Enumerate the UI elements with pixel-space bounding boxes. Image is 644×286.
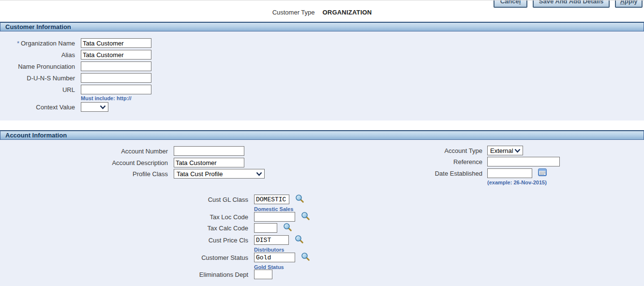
duns-number-input[interactable]	[81, 73, 151, 83]
cust-gl-class-row: Cust GL Class	[0, 194, 304, 205]
lookup-magnifier-icon[interactable]	[295, 194, 304, 205]
action-button-bar: Cancel Save And Add Details Apply	[494, 0, 643, 8]
alias-row: Alias	[0, 49, 151, 60]
customer-information-section: *Organization Name Alias Name Pronunciat…	[0, 31, 644, 120]
context-value-select[interactable]	[81, 102, 108, 112]
customer-type-row: Customer Type ORGANIZATION	[0, 9, 644, 16]
cust-gl-class-input[interactable]	[254, 195, 289, 204]
reference-input[interactable]	[487, 157, 560, 166]
calendar-icon[interactable]	[538, 168, 547, 178]
chevron-down-icon	[100, 105, 106, 109]
lookup-magnifier-icon[interactable]	[301, 252, 310, 263]
date-established-hint: (example: 26-Nov-2015)	[487, 180, 547, 185]
lookup-magnifier-icon[interactable]	[295, 235, 304, 246]
name-pronunciation-row: Name Pronunciation	[0, 61, 151, 72]
alias-input[interactable]	[81, 50, 151, 60]
eliminations-dept-input[interactable]	[254, 270, 272, 279]
cust-price-cls-input[interactable]	[254, 235, 289, 245]
cancel-button[interactable]: Cancel	[494, 0, 527, 8]
customer-status-label: Customer Status	[0, 254, 254, 261]
tax-loc-code-input[interactable]	[254, 212, 295, 222]
account-number-input[interactable]	[174, 146, 244, 156]
alias-label: Alias	[0, 51, 81, 59]
organization-name-row: *Organization Name	[0, 38, 151, 48]
customer-information-header: Customer Information	[0, 22, 644, 31]
account-type-selected: External	[490, 147, 513, 154]
organization-name-input[interactable]	[81, 38, 151, 48]
account-description-row: Account Description	[0, 157, 244, 168]
required-marker: *	[17, 40, 19, 47]
eliminations-dept-row: Eliminations Dept	[0, 269, 272, 280]
url-input[interactable]	[81, 85, 151, 94]
lookup-magnifier-icon[interactable]	[283, 223, 292, 234]
account-description-input[interactable]	[174, 158, 244, 167]
customer-form-page: Cancel Save And Add Details Apply Custom…	[0, 0, 644, 286]
cancel-button-accesskey: l	[519, 0, 521, 5]
duns-number-label: D-U-N-S Number	[0, 75, 81, 82]
tax-calc-code-label: Tax Calc Code	[0, 225, 254, 232]
account-information-title: Account Information	[5, 132, 67, 139]
profile-class-select[interactable]: Tata Cust Profile	[174, 169, 265, 179]
account-type-row: Account Type External	[411, 145, 523, 156]
cust-price-cls-label: Cust Price Cls	[0, 237, 254, 244]
account-type-select[interactable]: External	[487, 146, 523, 155]
account-information-section: Account Number Account Description Profi…	[0, 140, 644, 286]
reference-row: Reference	[411, 156, 560, 167]
cancel-button-label: Cance	[500, 0, 519, 5]
account-information-header: Account Information	[0, 130, 644, 140]
eliminations-dept-label: Eliminations Dept	[0, 271, 254, 278]
account-type-label: Account Type	[411, 147, 487, 154]
account-number-label: Account Number	[0, 148, 174, 155]
name-pronunciation-input[interactable]	[81, 61, 151, 71]
chevron-down-icon	[514, 149, 521, 153]
name-pronunciation-label: Name Pronunciation	[0, 63, 81, 70]
lookup-magnifier-icon[interactable]	[301, 211, 310, 223]
apply-button-label: pply	[625, 0, 638, 5]
context-value-label: Context Value	[0, 104, 81, 111]
duns-number-row: D-U-N-S Number	[0, 73, 151, 83]
tax-loc-code-label: Tax Loc Code	[0, 213, 254, 221]
customer-status-input[interactable]	[254, 253, 295, 262]
reference-label: Reference	[411, 158, 487, 166]
customer-type-label: Customer Type	[272, 9, 315, 16]
date-established-input[interactable]	[487, 168, 532, 178]
profile-class-row: Profile Class Tata Cust Profile	[0, 168, 265, 179]
tax-calc-code-input[interactable]	[254, 223, 277, 233]
profile-class-selected: Tata Cust Profile	[177, 170, 223, 178]
apply-button[interactable]: Apply	[615, 0, 643, 8]
date-established-row: Date Established	[411, 168, 547, 179]
profile-class-label: Profile Class	[0, 170, 174, 178]
save-and-add-details-label: Save And Add Details	[539, 0, 603, 5]
apply-button-accesskey: A	[620, 0, 624, 5]
cust-gl-class-label: Cust GL Class	[0, 196, 254, 203]
tax-calc-code-row: Tax Calc Code	[0, 223, 292, 233]
url-label: URL	[0, 86, 81, 93]
cust-price-cls-row: Cust Price Cls	[0, 235, 304, 245]
url-row: URL	[0, 84, 151, 95]
customer-information-title: Customer Information	[5, 23, 71, 30]
save-and-add-details-button[interactable]: Save And Add Details	[533, 0, 610, 8]
chevron-down-icon	[256, 172, 262, 176]
customer-type-value: ORGANIZATION	[323, 9, 372, 16]
url-hint: Must include: http://	[81, 95, 131, 101]
organization-name-label: *Organization Name	[0, 40, 81, 47]
account-number-row: Account Number	[0, 146, 244, 156]
customer-status-row: Customer Status	[0, 252, 310, 263]
tax-loc-code-row: Tax Loc Code	[0, 211, 310, 222]
date-established-label: Date Established	[411, 170, 487, 177]
context-value-row: Context Value	[0, 102, 108, 112]
account-description-label: Account Description	[0, 159, 174, 166]
